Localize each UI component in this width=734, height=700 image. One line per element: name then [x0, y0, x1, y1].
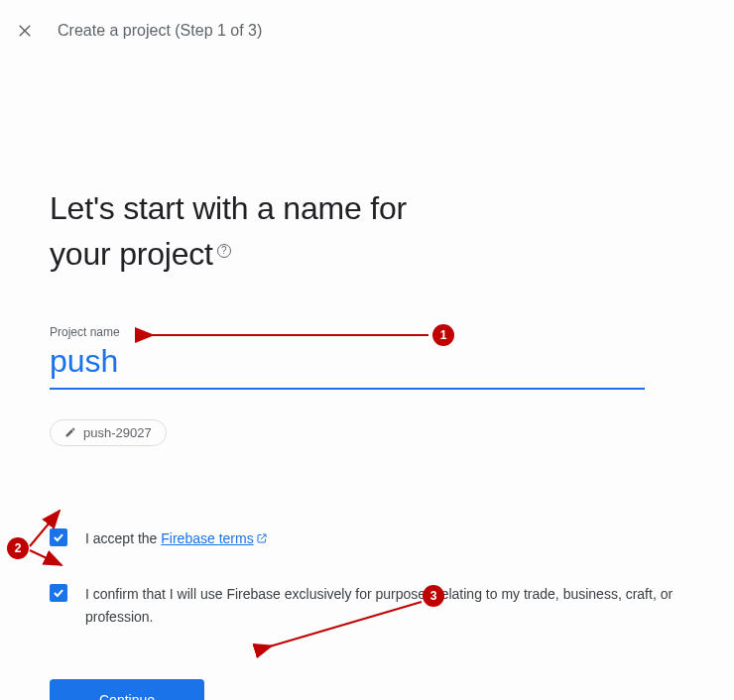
project-id-text: push-29027	[83, 425, 152, 440]
close-icon[interactable]	[16, 22, 34, 40]
page-title: Create a project (Step 1 of 3)	[58, 22, 262, 40]
heading-line-1: Let's start with a name for	[50, 190, 407, 226]
help-icon[interactable]: ?	[217, 244, 231, 258]
terms-label: I accept the Firebase terms	[85, 527, 268, 549]
page-header: Create a project (Step 1 of 3)	[0, 0, 734, 61]
content-area: Let's start with a name for your project…	[0, 185, 734, 700]
continue-button[interactable]: Continue	[50, 679, 204, 700]
confirmation-row: I confirm that I will use Firebase exclu…	[50, 583, 684, 628]
heading-line-2: your project	[50, 236, 213, 272]
project-id-chip[interactable]: push-29027	[50, 419, 167, 446]
main-heading: Let's start with a name for your project…	[50, 185, 684, 278]
firebase-terms-link[interactable]: Firebase terms	[161, 530, 267, 546]
external-link-icon	[256, 532, 268, 544]
project-name-label: Project name	[50, 325, 684, 339]
pencil-icon	[64, 426, 76, 438]
terms-row: I accept the Firebase terms	[50, 527, 684, 549]
terms-checkbox[interactable]	[50, 528, 67, 546]
project-name-input[interactable]	[50, 343, 645, 390]
confirmation-checkbox[interactable]	[50, 584, 67, 602]
terms-prefix: I accept the	[85, 530, 161, 546]
confirmation-label: I confirm that I will use Firebase exclu…	[85, 583, 684, 628]
